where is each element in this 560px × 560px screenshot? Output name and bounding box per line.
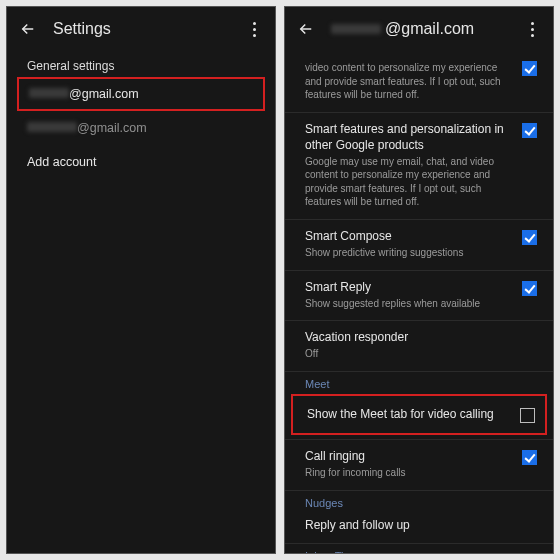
checkbox-icon[interactable] bbox=[522, 61, 537, 76]
back-icon[interactable] bbox=[295, 18, 317, 40]
setting-title: Call ringing bbox=[305, 448, 512, 464]
checkbox-icon[interactable] bbox=[522, 281, 537, 296]
setting-title: Smart features and personalization in ot… bbox=[305, 121, 512, 153]
smart-other-setting[interactable]: Smart features and personalization in ot… bbox=[285, 113, 553, 219]
setting-desc: Show predictive writing suggestions bbox=[305, 246, 512, 260]
redacted-username-icon bbox=[331, 24, 381, 34]
overflow-menu-icon[interactable] bbox=[243, 18, 265, 40]
checkbox-icon[interactable] bbox=[522, 123, 537, 138]
smart-reply-setting[interactable]: Smart Reply Show suggested replies when … bbox=[285, 271, 553, 321]
redacted-username-icon bbox=[27, 122, 77, 132]
reply-follow-setting[interactable]: Reply and follow up bbox=[285, 509, 553, 543]
meet-section-label: Meet bbox=[285, 372, 553, 390]
appbar-title-suffix: @gmail.com bbox=[385, 20, 474, 38]
setting-desc: Show suggested replies when available bbox=[305, 297, 512, 311]
smart-features-setting[interactable]: video content to personalize my experien… bbox=[285, 51, 553, 112]
setting-title: Smart Compose bbox=[305, 228, 512, 244]
account1-item[interactable]: @gmail.com bbox=[19, 79, 263, 109]
setting-desc: Off bbox=[305, 347, 537, 361]
redacted-username-icon bbox=[29, 88, 69, 98]
account2-item[interactable]: @gmail.com bbox=[7, 111, 275, 145]
appbar-title: Settings bbox=[53, 20, 229, 38]
general-settings-item[interactable]: General settings bbox=[7, 51, 275, 77]
account2-suffix: @gmail.com bbox=[77, 121, 147, 135]
checkbox-icon[interactable] bbox=[522, 230, 537, 245]
inbox-tips-section-label: Inbox Tips bbox=[285, 544, 553, 553]
back-icon[interactable] bbox=[17, 18, 39, 40]
setting-title: Show the Meet tab for video calling bbox=[307, 406, 510, 422]
smart-compose-setting[interactable]: Smart Compose Show predictive writing su… bbox=[285, 220, 553, 270]
setting-desc: Google may use my email, chat, and video… bbox=[305, 155, 512, 209]
checkbox-icon[interactable] bbox=[520, 408, 535, 423]
vacation-responder-setting[interactable]: Vacation responder Off bbox=[285, 321, 553, 371]
appbar-right: @gmail.com bbox=[285, 7, 553, 51]
checkbox-icon[interactable] bbox=[522, 450, 537, 465]
nudges-section-label: Nudges bbox=[285, 491, 553, 509]
appbar-title: @gmail.com bbox=[331, 20, 507, 38]
setting-desc: Ring for incoming calls bbox=[305, 466, 512, 480]
appbar-left: Settings bbox=[7, 7, 275, 51]
setting-title: Vacation responder bbox=[305, 329, 537, 345]
meet-tab-setting[interactable]: Show the Meet tab for video calling bbox=[293, 396, 545, 433]
settings-list-pane: Settings General settings @gmail.com @gm… bbox=[6, 6, 276, 554]
setting-title: Reply and follow up bbox=[305, 517, 537, 533]
add-account-item[interactable]: Add account bbox=[7, 145, 275, 179]
account1-highlight: @gmail.com bbox=[17, 77, 265, 111]
setting-title: Smart Reply bbox=[305, 279, 512, 295]
settings-scroll[interactable]: video content to personalize my experien… bbox=[285, 51, 553, 553]
account-settings-pane: @gmail.com video content to personalize … bbox=[284, 6, 554, 554]
overflow-menu-icon[interactable] bbox=[521, 18, 543, 40]
meet-tab-highlight: Show the Meet tab for video calling bbox=[291, 394, 547, 435]
call-ringing-setting[interactable]: Call ringing Ring for incoming calls bbox=[285, 440, 553, 490]
account1-suffix: @gmail.com bbox=[69, 87, 139, 101]
setting-desc: video content to personalize my experien… bbox=[305, 61, 512, 102]
